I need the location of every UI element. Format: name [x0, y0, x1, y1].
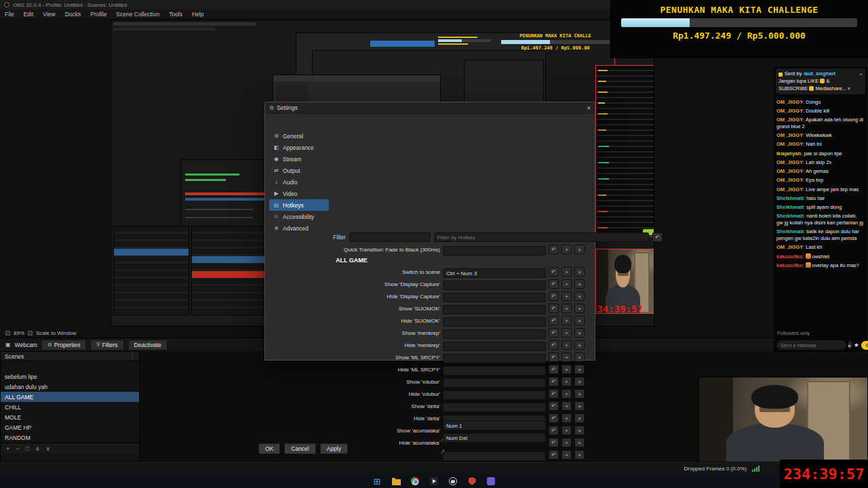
hotkey-input[interactable]: [443, 281, 546, 290]
star-icon[interactable]: ★: [854, 342, 859, 348]
add-hotkey-button[interactable]: [561, 340, 572, 350]
move-scene-down-button[interactable]: ∨: [46, 445, 51, 452]
revert-hotkey-button[interactable]: [549, 304, 559, 313]
scene-item[interactable]: GAME HP: [1, 422, 139, 432]
remove-hotkey-button[interactable]: [574, 389, 585, 399]
menu-edit[interactable]: Edit: [19, 11, 39, 18]
remove-scene-button[interactable]: −: [16, 445, 19, 452]
obs-icon[interactable]: [448, 476, 458, 486]
remove-hotkey-button[interactable]: [574, 340, 585, 350]
hotkey-input[interactable]: [443, 366, 546, 375]
chat-input[interactable]: [776, 340, 846, 350]
send-icon[interactable]: ▶: [848, 341, 852, 349]
add-hotkey-button[interactable]: [561, 328, 572, 338]
remove-hotkey-button[interactable]: [574, 304, 585, 313]
revert-hotkey-button[interactable]: [549, 377, 559, 386]
hotkey-input[interactable]: [443, 403, 546, 412]
add-hotkey-button[interactable]: [561, 389, 572, 399]
hotkey-input[interactable]: [443, 342, 546, 351]
media-player-icon[interactable]: [429, 476, 439, 486]
close-icon[interactable]: ×: [587, 104, 591, 112]
remove-hotkey-button[interactable]: [574, 279, 585, 289]
scene-item[interactable]: RANDOM: [1, 432, 139, 443]
hotkey-input[interactable]: [443, 421, 546, 430]
menu-scene-collection[interactable]: Scene Collection: [111, 11, 164, 18]
add-hotkey-button[interactable]: [561, 316, 572, 325]
add-hotkey-button[interactable]: [561, 377, 572, 386]
remove-hotkey-button[interactable]: [574, 401, 585, 411]
scale-checkbox[interactable]: [28, 331, 33, 336]
zoom-checkbox[interactable]: [5, 331, 10, 336]
revert-hotkey-button[interactable]: [549, 401, 559, 411]
deactivate-button[interactable]: Deactivate: [128, 340, 167, 350]
revert-hotkey-button[interactable]: [549, 279, 559, 289]
file-explorer-icon[interactable]: [391, 476, 401, 486]
remove-hotkey-button[interactable]: [574, 365, 585, 374]
remove-hotkey-button[interactable]: [574, 377, 585, 386]
hotkey-input[interactable]: [443, 329, 546, 339]
revert-hotkey-button[interactable]: [549, 389, 559, 399]
remove-hotkey-button[interactable]: [574, 426, 585, 435]
title-bar[interactable]: OBS 32.0.4 - Profile: Untitled - Scenes:…: [0, 0, 610, 9]
settings-nav-advanced[interactable]: ⊕Advanced: [269, 222, 329, 234]
remove-hotkey-button[interactable]: [574, 352, 585, 362]
chevron-down-icon[interactable]: ▾: [848, 85, 850, 92]
add-hotkey-button[interactable]: [561, 245, 572, 254]
hotkey-input[interactable]: [443, 293, 546, 302]
start-button[interactable]: ⊞: [372, 476, 382, 486]
scene-item-selected[interactable]: ALL GAME: [1, 392, 139, 402]
remove-hotkey-button[interactable]: [574, 291, 585, 301]
scene-item[interactable]: MOLE: [1, 412, 139, 422]
settings-nav-output[interactable]: ⇄Output: [269, 165, 329, 176]
chat-message-list[interactable]: OM_JIGGYDongo OM_JIGGYDouble kill OM_JIG…: [774, 96, 867, 329]
cancel-button[interactable]: Cancel: [284, 443, 315, 454]
menu-profile[interactable]: Profile: [85, 11, 111, 18]
hotkey-input[interactable]: [443, 268, 546, 278]
pinned-message[interactable]: Sent by laut_sieghart × Jangan lupa LIKE…: [776, 68, 865, 94]
hotkey-input[interactable]: [443, 390, 546, 400]
revert-hotkey-button[interactable]: [549, 365, 559, 374]
scenes-header[interactable]: Scenes⋮: [1, 352, 139, 361]
hotkey-input[interactable]: [443, 433, 546, 443]
discord-icon[interactable]: [486, 476, 496, 486]
remove-hotkey-button[interactable]: [574, 316, 585, 325]
settings-titlebar[interactable]: ⚙ Settings ×: [265, 102, 595, 114]
scene-item[interactable]: udahan dulu yah: [1, 382, 139, 392]
remove-hotkey-button[interactable]: [574, 267, 585, 277]
revert-filter-button[interactable]: [652, 232, 663, 242]
remove-hotkey-button[interactable]: [574, 245, 585, 254]
hotkey-input[interactable]: [443, 305, 546, 314]
revert-hotkey-button[interactable]: [549, 245, 559, 254]
menu-docks[interactable]: Docks: [60, 11, 86, 18]
hotkey-input[interactable]: [443, 317, 546, 327]
add-hotkey-button[interactable]: [561, 279, 572, 289]
hotkey-filter-input[interactable]: [434, 232, 649, 242]
chrome-icon[interactable]: [410, 476, 420, 486]
settings-nav-appearance[interactable]: ◧Appearance: [269, 142, 329, 153]
settings-nav-general[interactable]: ⊚General: [269, 130, 329, 142]
add-hotkey-button[interactable]: [561, 304, 572, 313]
settings-nav-accessibility[interactable]: ☺Accessibility: [269, 211, 329, 222]
revert-hotkey-button[interactable]: [549, 267, 559, 277]
revert-hotkey-button[interactable]: [549, 413, 559, 423]
settings-nav-hotkeys[interactable]: ▤Hotkeys: [269, 199, 329, 211]
add-hotkey-button[interactable]: [561, 352, 572, 362]
filter-input[interactable]: [349, 232, 431, 242]
hotkey-input[interactable]: [443, 378, 546, 388]
scene-item[interactable]: CHILL: [1, 402, 139, 412]
settings-nav-stream[interactable]: ◉Stream: [269, 153, 329, 165]
scene-item[interactable]: sebelum lipe: [1, 371, 139, 382]
add-hotkey-button[interactable]: [561, 291, 572, 301]
revert-hotkey-button[interactable]: [549, 340, 559, 350]
ok-button[interactable]: OK: [258, 443, 280, 454]
remove-hotkey-button[interactable]: [574, 413, 585, 423]
add-hotkey-button[interactable]: [561, 267, 572, 277]
add-hotkey-button[interactable]: [561, 426, 572, 435]
filters-button[interactable]: ∇Filters: [90, 340, 123, 350]
menu-view[interactable]: View: [38, 11, 60, 18]
add-scene-button[interactable]: +: [6, 445, 9, 452]
menu-file[interactable]: File: [0, 11, 19, 18]
add-hotkey-button[interactable]: [561, 365, 572, 374]
settings-nav-video[interactable]: ▶Video: [269, 188, 329, 199]
security-app-icon[interactable]: [467, 476, 477, 486]
